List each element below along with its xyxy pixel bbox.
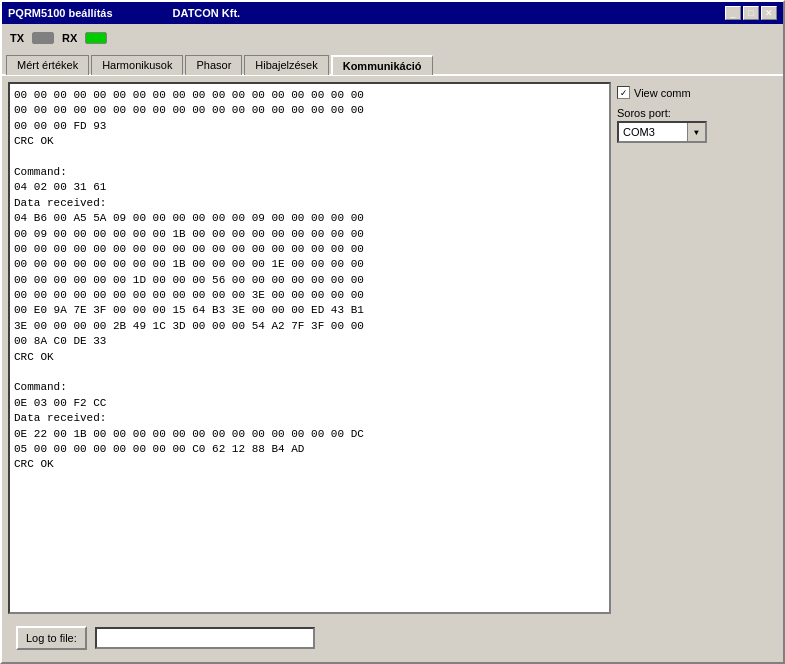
bottom-bar: Log to file: <box>8 620 777 656</box>
main-panel: View comm Soros port: COM3 ▼ <box>8 82 777 614</box>
view-comm-row: View comm <box>617 86 777 99</box>
tab-kommunikacio[interactable]: Kommunikáció <box>331 55 433 75</box>
view-comm-label: View comm <box>634 87 691 99</box>
title-bar: PQRM5100 beállítás DATCON Kft. _ □ ✕ <box>2 2 783 24</box>
maximize-button[interactable]: □ <box>743 6 759 20</box>
tab-harmonikusok[interactable]: Harmonikusok <box>91 55 183 75</box>
app-title: PQRM5100 beállítás <box>8 7 113 19</box>
right-panel: View comm Soros port: COM3 ▼ <box>617 82 777 614</box>
log-area-container <box>8 82 611 614</box>
window-controls: _ □ ✕ <box>725 6 777 20</box>
tab-phasor[interactable]: Phasor <box>185 55 242 75</box>
content-area: View comm Soros port: COM3 ▼ Log to file… <box>2 74 783 662</box>
tab-hibajelzesek[interactable]: Hibajelzések <box>244 55 328 75</box>
log-to-file-button[interactable]: Log to file: <box>16 626 87 650</box>
serial-port-value: COM3 <box>619 126 687 138</box>
serial-port-select[interactable]: COM3 ▼ <box>617 121 707 143</box>
serial-port-dropdown-arrow[interactable]: ▼ <box>687 123 705 141</box>
serial-port-label: Soros port: <box>617 107 777 119</box>
tx-led <box>32 32 54 44</box>
close-button[interactable]: ✕ <box>761 6 777 20</box>
toolbar: TX RX <box>2 24 783 52</box>
tabs-container: Mért értékek Harmonikusok Phasor Hibajel… <box>2 52 783 74</box>
main-window: PQRM5100 beállítás DATCON Kft. _ □ ✕ TX … <box>0 0 785 664</box>
company-name: DATCON Kft. <box>173 7 241 19</box>
log-textarea[interactable] <box>10 84 609 612</box>
log-file-path-input[interactable] <box>95 627 315 649</box>
tx-label: TX <box>10 32 24 44</box>
rx-led <box>85 32 107 44</box>
title-bar-text: PQRM5100 beállítás DATCON Kft. <box>8 7 240 19</box>
tab-mert-ertekek[interactable]: Mért értékek <box>6 55 89 75</box>
view-comm-checkbox[interactable] <box>617 86 630 99</box>
minimize-button[interactable]: _ <box>725 6 741 20</box>
rx-label: RX <box>62 32 77 44</box>
serial-port-group: Soros port: COM3 ▼ <box>617 107 777 143</box>
